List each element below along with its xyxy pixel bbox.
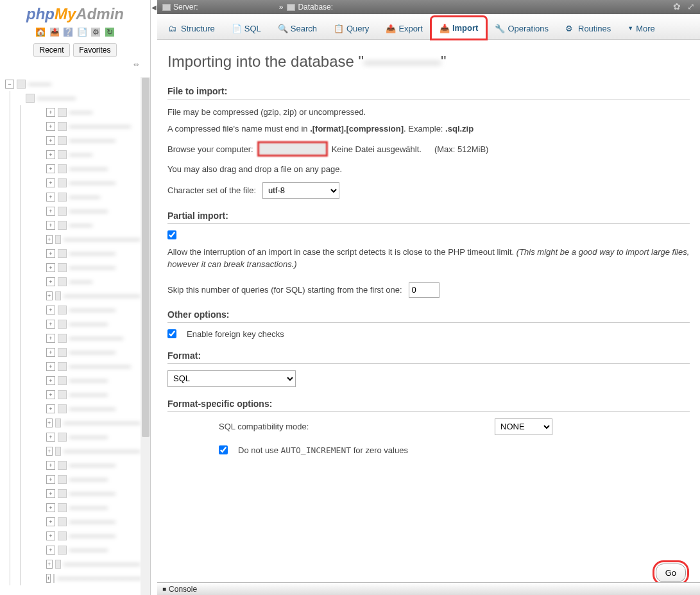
expand-icon[interactable]: + — [46, 207, 55, 216]
tree-table[interactable]: +——— — [26, 148, 141, 162]
home-icon[interactable]: 🏠 — [36, 28, 45, 37]
expand-icon[interactable]: + — [46, 489, 55, 498]
tree-table[interactable]: +———————— — [26, 359, 141, 374]
tab-search[interactable]: 🔍Search — [269, 17, 325, 39]
expand-icon[interactable]: + — [46, 178, 55, 187]
tree-table[interactable]: +—————— — [26, 487, 141, 501]
tree-table[interactable]: +———— — [26, 190, 141, 204]
expand-icon[interactable]: + — [46, 574, 51, 583]
no-auto-increment-checkbox[interactable] — [219, 445, 228, 454]
console-bar[interactable]: ■ Console — [157, 582, 700, 595]
tree-table[interactable]: +—————— — [26, 134, 141, 148]
expand-icon[interactable]: + — [46, 150, 55, 159]
tab-routines[interactable]: ⚙Routines — [557, 17, 619, 39]
expand-icon[interactable]: + — [46, 447, 53, 456]
tree-table[interactable]: +—————— — [26, 176, 141, 190]
expand-icon[interactable]: + — [46, 517, 55, 526]
tree-table[interactable]: +—————— — [26, 529, 141, 543]
go-button[interactable]: Go — [656, 564, 686, 582]
allow-interrupt-checkbox[interactable] — [167, 230, 176, 239]
expand-icon[interactable]: + — [46, 263, 55, 272]
tree-table[interactable]: +—————————— — [26, 444, 141, 458]
format-select[interactable]: SQL — [167, 370, 296, 387]
tree-table[interactable]: +—————————— — [26, 232, 141, 246]
tree-table[interactable]: +————— — [26, 430, 141, 444]
tree-table[interactable]: +—————————— — [26, 557, 141, 571]
expand-icon[interactable]: + — [46, 249, 55, 258]
file-input[interactable] — [257, 141, 328, 157]
tree-database[interactable]: ————— — [15, 91, 141, 105]
tab-query[interactable]: 📋Query — [325, 17, 377, 39]
skip-queries-input[interactable] — [409, 282, 440, 298]
tree-table[interactable]: +——— — [26, 105, 141, 119]
tree-table[interactable]: +————— — [26, 374, 141, 388]
gear-icon[interactable]: ✿ — [673, 1, 681, 12]
docs-icon[interactable]: ❔ — [64, 28, 73, 37]
compat-mode-select[interactable]: NONE — [495, 418, 552, 435]
tree-table[interactable]: +————— — [26, 204, 141, 218]
tree-table[interactable]: +—————— — [26, 303, 141, 317]
expand-icon[interactable]: + — [46, 475, 55, 484]
expand-icon[interactable]: + — [46, 418, 53, 427]
collapse-icon[interactable]: − — [5, 80, 14, 89]
tree-table[interactable]: +—————— — [26, 246, 141, 261]
expand-icon[interactable]: + — [46, 531, 55, 540]
expand-icon[interactable]: + — [46, 277, 55, 286]
expand-icon[interactable]: + — [46, 362, 55, 371]
foreign-key-checkbox[interactable] — [167, 329, 176, 338]
expand-icon[interactable]: + — [46, 461, 55, 470]
panel-splitter[interactable]: ◀ — [151, 0, 157, 595]
logout-icon[interactable]: 📤 — [50, 28, 59, 37]
tree-table[interactable]: +—————— — [26, 515, 141, 529]
recent-button[interactable]: Recent — [33, 43, 69, 57]
tree-table[interactable]: +—————— — [26, 345, 141, 359]
tree-table[interactable]: +————— — [26, 162, 141, 176]
tree-table[interactable]: +—————— — [26, 402, 141, 416]
gear-icon[interactable]: ⚙ — [91, 28, 100, 37]
expand-icon[interactable]: + — [46, 136, 55, 145]
phpmyadmin-logo[interactable]: phpMyAdmin — [0, 0, 150, 26]
expand-icon[interactable]: + — [46, 503, 55, 512]
tree-table[interactable]: +—————————— — [26, 416, 141, 430]
reload-icon[interactable]: ↻ — [105, 28, 114, 37]
expand-icon[interactable]: + — [46, 376, 55, 385]
tree-table[interactable]: +————— — [26, 317, 141, 331]
favorites-button[interactable]: Favorites — [73, 43, 116, 57]
tab-structure[interactable]: 🗂Structure — [160, 17, 223, 39]
tab-more[interactable]: ▼More — [619, 17, 663, 39]
tree-table[interactable]: +——————— — [26, 331, 141, 345]
tree-table[interactable]: +————— — [26, 501, 141, 515]
tab-operations[interactable]: 🔧Operations — [486, 17, 557, 39]
tab-export[interactable]: 📤Export — [377, 17, 431, 39]
expand-icon[interactable]: + — [46, 348, 55, 357]
expand-icon[interactable]: ⤢ — [687, 1, 695, 12]
tab-import[interactable]: 📥Import — [431, 17, 486, 39]
expand-icon[interactable]: + — [46, 334, 55, 343]
collapse-icon[interactable]: ⇔ — [0, 60, 150, 68]
sidebar-scrollbar[interactable] — [141, 77, 150, 595]
charset-select[interactable]: utf-8 — [262, 182, 339, 199]
tree-table[interactable]: +——————————— — [26, 571, 141, 585]
expand-icon[interactable]: + — [46, 193, 55, 202]
expand-icon[interactable]: + — [46, 164, 55, 173]
tab-sql[interactable]: 📄SQL — [223, 17, 269, 39]
tree-table[interactable]: +————— — [26, 472, 141, 487]
expand-icon[interactable]: + — [46, 404, 55, 413]
expand-icon[interactable]: + — [46, 560, 53, 569]
sql-icon[interactable]: 📄 — [78, 28, 87, 37]
expand-icon[interactable]: + — [46, 235, 53, 244]
expand-icon[interactable]: + — [46, 320, 55, 329]
tree-table[interactable]: +—————————— — [26, 289, 141, 303]
tree-table[interactable]: +——— — [26, 275, 141, 289]
expand-icon[interactable]: + — [46, 108, 55, 117]
tree-root[interactable]: − ——— — [5, 77, 141, 91]
expand-icon[interactable]: + — [46, 433, 55, 442]
tree-table[interactable]: +—————— — [26, 261, 141, 275]
expand-icon[interactable]: + — [46, 390, 55, 399]
expand-icon[interactable]: + — [46, 546, 55, 555]
expand-icon[interactable]: + — [46, 221, 55, 230]
tree-table[interactable]: +—————— — [26, 458, 141, 472]
tree-table[interactable]: +————— — [26, 543, 141, 557]
expand-icon[interactable]: + — [46, 122, 55, 131]
expand-icon[interactable]: + — [46, 306, 55, 315]
